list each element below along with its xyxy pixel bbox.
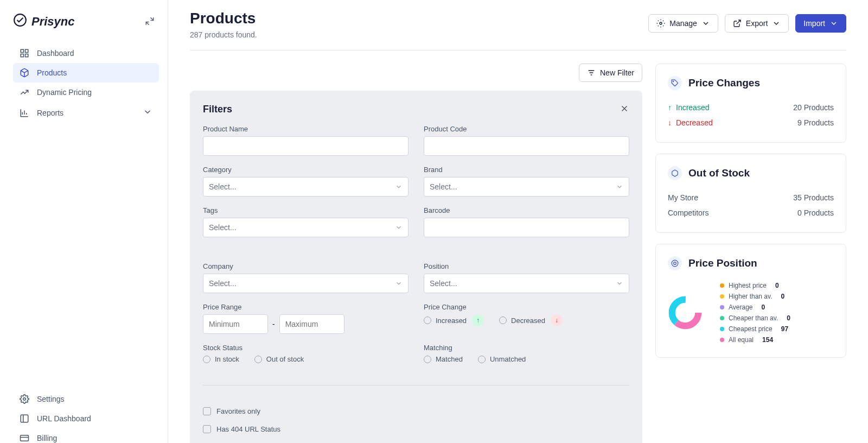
legend-item[interactable]: Higher than av.0 <box>720 291 834 302</box>
arrow-down-icon: ↓ <box>668 118 672 127</box>
radio-increased[interactable]: Increased↑ <box>424 314 484 326</box>
matching-label: Matching <box>424 344 629 352</box>
competitors-row[interactable]: Competitors 0 Products <box>668 205 834 220</box>
legend-item[interactable]: Cheaper than av.0 <box>720 313 834 324</box>
position-select[interactable]: Select... <box>424 274 629 293</box>
radio-in-stock[interactable]: In stock <box>203 355 239 363</box>
svg-rect-7 <box>21 435 29 441</box>
brand-label: Brand <box>424 166 629 174</box>
company-select[interactable]: Select... <box>203 274 409 293</box>
chevron-down-icon <box>143 107 152 118</box>
arrow-up-icon: ↑ <box>668 103 672 112</box>
filter-icon <box>587 68 596 77</box>
category-select[interactable]: Select... <box>203 177 409 197</box>
out-of-stock-card: Out of Stock My Store 35 Products Compet… <box>655 154 846 233</box>
target-icon <box>668 256 682 270</box>
logo[interactable]: Prisync <box>13 13 75 30</box>
import-button[interactable]: Import <box>795 14 846 33</box>
card-title: Out of Stock <box>688 167 750 179</box>
chevron-down-icon <box>616 280 623 287</box>
nav-billing[interactable]: Billing <box>13 428 159 443</box>
favorites-checkbox[interactable]: Favorites only <box>203 407 629 415</box>
nav-label: Dynamic Pricing <box>37 88 92 97</box>
legend-item[interactable]: Highest price0 <box>720 280 834 291</box>
legend-dot <box>720 327 724 331</box>
barcode-input[interactable] <box>424 218 629 237</box>
chevron-down-icon <box>395 224 403 231</box>
legend-item[interactable]: Cheapest price97 <box>720 324 834 334</box>
button-label: Export <box>746 19 768 28</box>
product-code-label: Product Code <box>424 125 629 133</box>
has-404-checkbox[interactable]: Has 404 URL Status <box>203 425 629 433</box>
position-label: Position <box>424 262 629 270</box>
svg-point-5 <box>23 398 26 401</box>
price-max-input[interactable] <box>279 314 344 334</box>
close-icon[interactable] <box>620 104 629 115</box>
main-nav: Dashboard Products Dynamic Pricing Repor… <box>13 43 159 389</box>
bottom-nav: Settings URL Dashboard Billing Help Cent… <box>13 389 159 443</box>
manage-button[interactable]: Manage <box>648 14 718 33</box>
chevron-down-icon <box>395 280 403 287</box>
radio-unmatched[interactable]: Unmatched <box>478 355 526 363</box>
card-title: Price Position <box>688 257 757 269</box>
checkbox-icon <box>203 407 211 415</box>
price-min-input[interactable] <box>203 314 268 334</box>
export-button[interactable]: Export <box>725 14 789 33</box>
legend-dot <box>720 305 724 309</box>
nav-url-dashboard[interactable]: URL Dashboard <box>13 409 159 428</box>
nav-dynamic-pricing[interactable]: Dynamic Pricing <box>13 83 159 102</box>
radio-icon <box>478 356 486 363</box>
increased-row[interactable]: ↑Increased 20 Products <box>668 100 834 115</box>
product-name-input[interactable] <box>203 136 409 156</box>
tags-label: Tags <box>203 206 409 214</box>
nav-label: Products <box>37 68 67 77</box>
nav-settings[interactable]: Settings <box>13 389 159 409</box>
export-icon <box>733 19 742 28</box>
company-label: Company <box>203 262 409 270</box>
legend-dot <box>720 283 724 288</box>
legend-dot <box>720 338 724 342</box>
nav-label: Billing <box>37 434 57 442</box>
box-icon <box>668 166 682 180</box>
legend-item[interactable]: All equal154 <box>720 334 834 345</box>
legend-dot <box>720 294 724 299</box>
radio-icon <box>424 317 431 324</box>
new-filter-button[interactable]: New Filter <box>579 64 642 82</box>
legend-item[interactable]: Average0 <box>720 302 834 313</box>
chevron-down-icon <box>701 19 710 28</box>
nav-reports[interactable]: Reports <box>13 102 159 123</box>
main-content: Products 287 products found. Manage Expo… <box>168 0 868 443</box>
chevron-down-icon <box>772 19 781 28</box>
price-change-label: Price Change <box>424 303 629 311</box>
brand-name: Prisync <box>31 15 75 29</box>
radio-decreased[interactable]: Decreased↓ <box>499 314 563 326</box>
button-label: Manage <box>669 19 697 28</box>
arrow-up-icon: ↑ <box>472 314 484 326</box>
nav-dashboard[interactable]: Dashboard <box>13 43 159 63</box>
tags-select[interactable]: Select... <box>203 218 409 237</box>
svg-rect-3 <box>21 54 23 57</box>
button-label: Import <box>803 19 825 28</box>
page-subtitle: 287 products found. <box>190 30 257 39</box>
checkbox-icon <box>203 425 211 433</box>
collapse-icon[interactable] <box>145 16 155 28</box>
my-store-row[interactable]: My Store 35 Products <box>668 190 834 205</box>
decreased-row[interactable]: ↓Decreased 9 Products <box>668 115 834 130</box>
svg-point-10 <box>673 81 674 82</box>
svg-rect-6 <box>21 415 28 422</box>
radio-matched[interactable]: Matched <box>424 355 463 363</box>
legend-dot <box>720 316 724 320</box>
radio-out-of-stock[interactable]: Out of stock <box>254 355 304 363</box>
svg-rect-4 <box>25 54 28 57</box>
svg-rect-1 <box>21 49 23 52</box>
category-label: Category <box>203 166 409 174</box>
brand-select[interactable]: Select... <box>424 177 629 197</box>
product-code-input[interactable] <box>424 136 629 156</box>
price-range-label: Price Range <box>203 303 409 311</box>
radio-icon <box>499 317 507 324</box>
nav-products[interactable]: Products <box>13 63 159 83</box>
chevron-down-icon <box>395 183 403 191</box>
nav-label: Reports <box>37 109 63 117</box>
sidebar: Prisync Dashboard Products Dynamic Prici… <box>0 0 168 443</box>
chevron-down-icon <box>829 19 838 28</box>
